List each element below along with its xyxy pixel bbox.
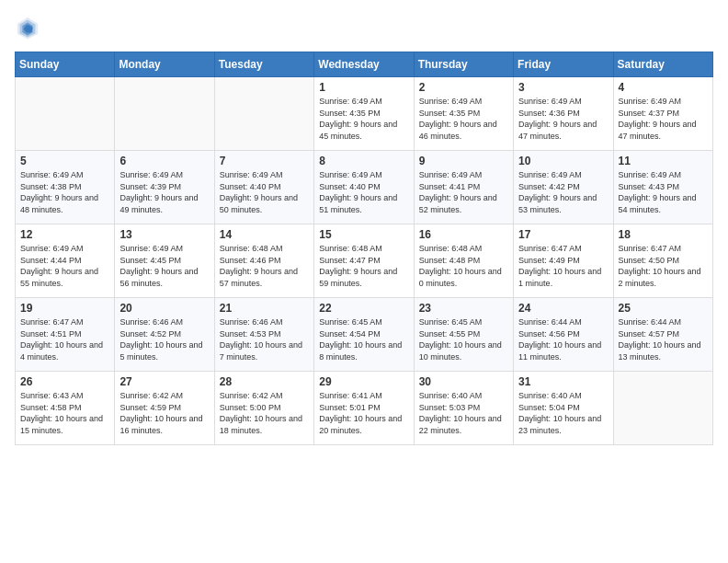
calendar-cell: 27Sunrise: 6:42 AMSunset: 4:59 PMDayligh… bbox=[115, 372, 214, 445]
calendar-cell: 12Sunrise: 6:49 AMSunset: 4:44 PMDayligh… bbox=[16, 224, 115, 298]
day-info: Sunrise: 6:45 AMSunset: 4:54 PMDaylight:… bbox=[319, 316, 408, 362]
day-number: 23 bbox=[419, 302, 508, 315]
calendar-cell: 19Sunrise: 6:47 AMSunset: 4:51 PMDayligh… bbox=[16, 298, 115, 372]
calendar-cell: 22Sunrise: 6:45 AMSunset: 4:54 PMDayligh… bbox=[314, 298, 414, 372]
day-info: Sunrise: 6:47 AMSunset: 4:51 PMDaylight:… bbox=[20, 316, 109, 362]
day-number: 11 bbox=[619, 155, 708, 167]
day-number: 31 bbox=[518, 375, 608, 388]
week-row-5: 26Sunrise: 6:43 AMSunset: 4:58 PMDayligh… bbox=[16, 372, 713, 445]
calendar-cell: 6Sunrise: 6:49 AMSunset: 4:39 PMDaylight… bbox=[115, 151, 214, 224]
weekday-header-tuesday: Tuesday bbox=[214, 52, 313, 77]
weekday-header-sunday: Sunday bbox=[16, 52, 115, 77]
day-number: 22 bbox=[319, 302, 408, 315]
week-row-3: 12Sunrise: 6:49 AMSunset: 4:44 PMDayligh… bbox=[16, 224, 713, 298]
calendar-cell: 20Sunrise: 6:46 AMSunset: 4:52 PMDayligh… bbox=[115, 298, 214, 372]
day-info: Sunrise: 6:49 AMSunset: 4:44 PMDaylight:… bbox=[20, 243, 109, 289]
day-number: 13 bbox=[119, 228, 209, 241]
weekday-header-wednesday: Wednesday bbox=[314, 52, 414, 77]
day-number: 29 bbox=[319, 375, 408, 388]
day-number: 30 bbox=[419, 375, 508, 388]
weekday-header-thursday: Thursday bbox=[414, 52, 513, 77]
day-number: 12 bbox=[20, 228, 109, 241]
calendar-cell: 7Sunrise: 6:49 AMSunset: 4:40 PMDaylight… bbox=[214, 151, 313, 224]
calendar-cell: 4Sunrise: 6:49 AMSunset: 4:37 PMDaylight… bbox=[613, 77, 712, 151]
weekday-header-monday: Monday bbox=[115, 52, 214, 77]
day-number: 28 bbox=[220, 375, 309, 388]
day-number: 20 bbox=[119, 302, 209, 315]
day-number: 10 bbox=[518, 155, 608, 167]
day-info: Sunrise: 6:49 AMSunset: 4:42 PMDaylight:… bbox=[518, 169, 608, 215]
day-number: 2 bbox=[419, 81, 508, 94]
logo bbox=[15, 15, 46, 40]
calendar-cell: 5Sunrise: 6:49 AMSunset: 4:38 PMDaylight… bbox=[16, 151, 115, 224]
day-number: 6 bbox=[119, 155, 209, 167]
calendar-cell: 16Sunrise: 6:48 AMSunset: 4:48 PMDayligh… bbox=[414, 224, 513, 298]
weekday-header-saturday: Saturday bbox=[613, 52, 712, 77]
day-info: Sunrise: 6:49 AMSunset: 4:45 PMDaylight:… bbox=[119, 243, 209, 289]
calendar-cell: 28Sunrise: 6:42 AMSunset: 5:00 PMDayligh… bbox=[214, 372, 313, 445]
day-info: Sunrise: 6:49 AMSunset: 4:36 PMDaylight:… bbox=[518, 96, 608, 142]
day-number: 27 bbox=[119, 375, 209, 388]
day-info: Sunrise: 6:46 AMSunset: 4:53 PMDaylight:… bbox=[220, 316, 309, 362]
day-number: 4 bbox=[619, 81, 708, 94]
day-info: Sunrise: 6:43 AMSunset: 4:58 PMDaylight:… bbox=[20, 390, 109, 436]
day-info: Sunrise: 6:42 AMSunset: 4:59 PMDaylight:… bbox=[119, 390, 209, 436]
day-number: 26 bbox=[20, 375, 109, 388]
calendar-cell bbox=[214, 77, 313, 151]
calendar-cell: 24Sunrise: 6:44 AMSunset: 4:56 PMDayligh… bbox=[514, 298, 613, 372]
week-row-2: 5Sunrise: 6:49 AMSunset: 4:38 PMDaylight… bbox=[16, 151, 713, 224]
day-info: Sunrise: 6:48 AMSunset: 4:48 PMDaylight:… bbox=[419, 243, 508, 289]
day-number: 5 bbox=[20, 155, 109, 167]
day-info: Sunrise: 6:49 AMSunset: 4:41 PMDaylight:… bbox=[419, 169, 508, 215]
day-number: 1 bbox=[319, 81, 408, 94]
calendar-cell bbox=[16, 77, 115, 151]
calendar-cell bbox=[115, 77, 214, 151]
calendar-cell: 30Sunrise: 6:40 AMSunset: 5:03 PMDayligh… bbox=[414, 372, 513, 445]
calendar-cell: 21Sunrise: 6:46 AMSunset: 4:53 PMDayligh… bbox=[214, 298, 313, 372]
day-info: Sunrise: 6:49 AMSunset: 4:38 PMDaylight:… bbox=[20, 169, 109, 215]
calendar-cell: 26Sunrise: 6:43 AMSunset: 4:58 PMDayligh… bbox=[16, 372, 115, 445]
weekday-header-friday: Friday bbox=[514, 52, 613, 77]
day-info: Sunrise: 6:49 AMSunset: 4:35 PMDaylight:… bbox=[419, 96, 508, 142]
calendar-cell: 29Sunrise: 6:41 AMSunset: 5:01 PMDayligh… bbox=[314, 372, 414, 445]
calendar-cell: 31Sunrise: 6:40 AMSunset: 5:04 PMDayligh… bbox=[514, 372, 613, 445]
day-info: Sunrise: 6:44 AMSunset: 4:56 PMDaylight:… bbox=[518, 316, 608, 362]
calendar-cell: 18Sunrise: 6:47 AMSunset: 4:50 PMDayligh… bbox=[613, 224, 712, 298]
day-info: Sunrise: 6:40 AMSunset: 5:03 PMDaylight:… bbox=[419, 390, 508, 436]
week-row-4: 19Sunrise: 6:47 AMSunset: 4:51 PMDayligh… bbox=[16, 298, 713, 372]
day-info: Sunrise: 6:47 AMSunset: 4:49 PMDaylight:… bbox=[518, 243, 608, 289]
day-info: Sunrise: 6:42 AMSunset: 5:00 PMDaylight:… bbox=[220, 390, 309, 436]
day-info: Sunrise: 6:46 AMSunset: 4:52 PMDaylight:… bbox=[119, 316, 209, 362]
day-number: 15 bbox=[319, 228, 408, 241]
weekday-header-row: SundayMondayTuesdayWednesdayThursdayFrid… bbox=[16, 52, 713, 77]
calendar-cell bbox=[613, 372, 712, 445]
calendar-cell: 17Sunrise: 6:47 AMSunset: 4:49 PMDayligh… bbox=[514, 224, 613, 298]
day-info: Sunrise: 6:45 AMSunset: 4:55 PMDaylight:… bbox=[419, 316, 508, 362]
calendar-cell: 8Sunrise: 6:49 AMSunset: 4:40 PMDaylight… bbox=[314, 151, 414, 224]
day-number: 24 bbox=[518, 302, 608, 315]
calendar-cell: 1Sunrise: 6:49 AMSunset: 4:35 PMDaylight… bbox=[314, 77, 414, 151]
day-number: 19 bbox=[20, 302, 109, 315]
day-info: Sunrise: 6:44 AMSunset: 4:57 PMDaylight:… bbox=[619, 316, 708, 362]
day-number: 8 bbox=[319, 155, 408, 167]
week-row-1: 1Sunrise: 6:49 AMSunset: 4:35 PMDaylight… bbox=[16, 77, 713, 151]
logo-icon bbox=[15, 15, 40, 40]
day-number: 7 bbox=[220, 155, 309, 167]
day-number: 21 bbox=[220, 302, 309, 315]
day-info: Sunrise: 6:48 AMSunset: 4:46 PMDaylight:… bbox=[220, 243, 309, 289]
day-info: Sunrise: 6:47 AMSunset: 4:50 PMDaylight:… bbox=[619, 243, 708, 289]
day-number: 3 bbox=[518, 81, 608, 94]
day-number: 18 bbox=[619, 228, 708, 241]
day-number: 16 bbox=[419, 228, 508, 241]
day-number: 25 bbox=[619, 302, 708, 315]
day-number: 17 bbox=[518, 228, 608, 241]
calendar-cell: 25Sunrise: 6:44 AMSunset: 4:57 PMDayligh… bbox=[613, 298, 712, 372]
calendar-cell: 13Sunrise: 6:49 AMSunset: 4:45 PMDayligh… bbox=[115, 224, 214, 298]
day-info: Sunrise: 6:49 AMSunset: 4:39 PMDaylight:… bbox=[119, 169, 209, 215]
calendar-cell: 14Sunrise: 6:48 AMSunset: 4:46 PMDayligh… bbox=[214, 224, 313, 298]
calendar-cell: 15Sunrise: 6:48 AMSunset: 4:47 PMDayligh… bbox=[314, 224, 414, 298]
calendar-cell: 3Sunrise: 6:49 AMSunset: 4:36 PMDaylight… bbox=[514, 77, 613, 151]
calendar-cell: 10Sunrise: 6:49 AMSunset: 4:42 PMDayligh… bbox=[514, 151, 613, 224]
day-info: Sunrise: 6:48 AMSunset: 4:47 PMDaylight:… bbox=[319, 243, 408, 289]
header bbox=[15, 15, 713, 40]
